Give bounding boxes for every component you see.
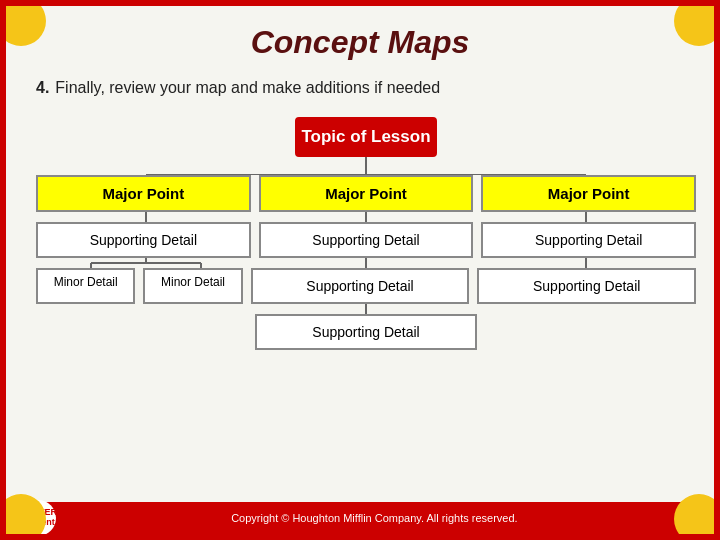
instruction-number: 4. <box>36 79 49 96</box>
page-title: Concept Maps <box>36 24 684 61</box>
supporting-detail-1-1: Supporting Detail <box>36 222 251 258</box>
major-row: Major Point Major Point Major Point <box>36 175 696 212</box>
corner-decoration-tr <box>674 0 720 46</box>
concept-map: Topic of Lesson Major Point Major Point … <box>36 117 696 350</box>
major-point-2: Major Point <box>259 175 474 212</box>
corner-decoration-bl <box>0 494 46 540</box>
minor-detail-1: Minor Detail <box>36 268 135 304</box>
minor-and-supporting-row: Minor Detail Minor Detail Supporting Det… <box>36 268 696 304</box>
supporting-detail-3-2: Supporting Detail <box>477 268 696 304</box>
row3-connector <box>36 304 696 314</box>
major-connector <box>36 212 696 222</box>
supporting-detail-2-2: Supporting Detail <box>251 268 470 304</box>
minor-detail-2: Minor Detail <box>143 268 242 304</box>
instruction-body: Finally, review your map and make additi… <box>55 79 440 96</box>
topic-connector <box>36 157 696 175</box>
footer: MASTER Student Copyright © Houghton Miff… <box>6 502 714 534</box>
topic-box: Topic of Lesson <box>295 117 436 157</box>
supporting-row-1: Supporting Detail Supporting Detail Supp… <box>36 222 696 258</box>
supporting-detail-2-1: Supporting Detail <box>259 222 474 258</box>
corner-decoration-br <box>674 494 720 540</box>
supporting-detail-2-3: Supporting Detail <box>255 314 478 350</box>
major-point-3: Major Point <box>481 175 696 212</box>
major-point-1: Major Point <box>36 175 251 212</box>
supporting-row-3: Supporting Detail <box>36 314 696 350</box>
minor-connector <box>36 258 696 268</box>
supporting-detail-3-1: Supporting Detail <box>481 222 696 258</box>
instruction-text: 4.Finally, review your map and make addi… <box>36 77 684 99</box>
footer-copyright: Copyright © Houghton Mifflin Company. Al… <box>56 512 693 524</box>
